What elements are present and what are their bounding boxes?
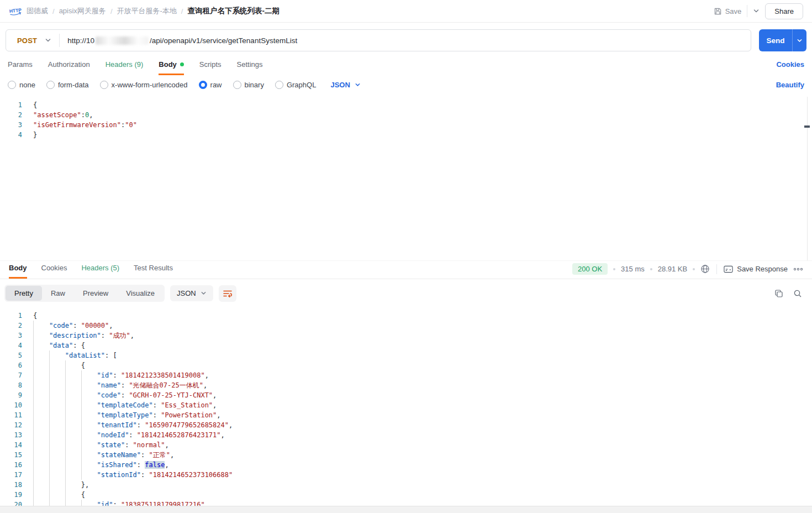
radio-binary[interactable]: binary: [233, 81, 264, 89]
horizontal-scrollbar-track[interactable]: [0, 506, 812, 513]
indent-guide: [65, 390, 81, 400]
code-line: 19{: [0, 490, 812, 500]
indent-guide: [65, 470, 81, 480]
line-number: 16: [0, 460, 22, 470]
code-line: 15"stateName": "正常",: [0, 450, 812, 460]
response-format-select[interactable]: JSON: [170, 285, 213, 301]
line-number: 15: [0, 450, 22, 460]
line-number: 9: [0, 390, 22, 400]
radio-raw[interactable]: raw: [199, 81, 222, 89]
chevron-down-icon: [355, 82, 361, 88]
radio-x-www-form-urlencoded[interactable]: x-www-form-urlencoded: [100, 81, 188, 89]
indent-guide: [65, 450, 81, 460]
cookies-link[interactable]: Cookies: [776, 60, 804, 75]
save-options-chevron-icon[interactable]: [753, 8, 760, 14]
body-type-row: none form-data x-www-form-urlencoded raw…: [0, 75, 812, 92]
search-response-icon[interactable]: [793, 289, 802, 298]
breadcrumb-separator: /: [52, 7, 55, 15]
indent-guide: [65, 430, 81, 440]
breadcrumb-item[interactable]: 固德威: [27, 6, 48, 16]
line-number: 18: [0, 480, 22, 490]
code-line: 4"data": {: [0, 341, 812, 350]
breadcrumb: HTTP 固德威 / apisix网关服务 / 开放平台服务-本地 / 查询租户…: [9, 6, 280, 17]
radio-none[interactable]: none: [8, 81, 35, 89]
indent-guide: [33, 380, 49, 390]
indent-guide: [49, 380, 65, 390]
code-line: 4}: [0, 130, 812, 140]
request-body-editor[interactable]: 1{2"assetScope":0,3"isGetFirmwareVersion…: [0, 97, 812, 260]
url-input-box[interactable]: POST http://10/api/openapi/v1/service/ge…: [6, 29, 751, 51]
word-wrap-icon: [223, 290, 232, 297]
tab-params[interactable]: Params: [8, 60, 33, 75]
code-line: 7"id": "1814212338501419008",: [0, 370, 812, 380]
save-label: Save: [725, 7, 742, 15]
status-badge: 200 OK: [572, 263, 608, 275]
line-number: 3: [0, 331, 22, 341]
send-button[interactable]: Send: [759, 29, 806, 51]
send-options-chevron-icon[interactable]: [792, 29, 806, 51]
view-pretty[interactable]: Pretty: [6, 286, 42, 301]
copy-response-icon[interactable]: [774, 289, 783, 298]
save-button[interactable]: Save: [714, 7, 742, 15]
tab-body[interactable]: Body: [159, 60, 184, 75]
tab-test-results[interactable]: Test Results: [134, 264, 173, 279]
line-number: 19: [0, 490, 22, 500]
tab-response-cookies[interactable]: Cookies: [41, 264, 67, 279]
indent-guide: [49, 350, 65, 360]
indent-guide: [65, 420, 81, 430]
code-line: 3"description": "成功",: [0, 331, 812, 341]
indent-guide: [81, 440, 97, 450]
line-number: 4: [0, 130, 22, 140]
raw-format-select[interactable]: JSON: [330, 81, 360, 89]
response-body-viewer[interactable]: 1{2"code": "00000",3"description": "成功",…: [0, 308, 812, 511]
indent-guide: [81, 470, 97, 480]
method-chevron-icon: [45, 37, 51, 44]
beautify-link[interactable]: Beautify: [776, 81, 804, 89]
word-wrap-button[interactable]: [219, 285, 236, 302]
meta-dot: [613, 268, 615, 270]
url-input[interactable]: http://10/api/openapi/v1/service/getTena…: [60, 36, 297, 45]
radio-graphql[interactable]: GraphQL: [275, 81, 316, 89]
view-raw[interactable]: Raw: [42, 286, 74, 301]
request-url-row: POST http://10/api/openapi/v1/service/ge…: [0, 23, 812, 58]
indent-guide: [49, 430, 65, 440]
tab-response-headers[interactable]: Headers (5): [81, 264, 119, 279]
tab-authorization[interactable]: Authorization: [48, 60, 90, 75]
code-line: 1{: [0, 100, 812, 110]
indent-guide: [49, 410, 65, 420]
share-button[interactable]: Share: [765, 3, 803, 19]
more-options-icon[interactable]: [793, 268, 803, 271]
method-select[interactable]: POST: [6, 36, 59, 45]
meta-dot: [650, 268, 652, 270]
indent-guide: [49, 390, 65, 400]
radio-circle-icon: [8, 81, 16, 89]
tab-headers[interactable]: Headers (9): [106, 60, 144, 75]
radio-form-data[interactable]: form-data: [46, 81, 89, 89]
indent-guide: [65, 440, 81, 450]
indent-guide: [81, 380, 97, 390]
indent-guide: [81, 460, 97, 470]
tab-scripts[interactable]: Scripts: [199, 60, 222, 75]
breadcrumb-item[interactable]: 开放平台服务-本地: [117, 6, 177, 16]
radio-circle-icon: [275, 81, 283, 89]
indent-guide: [49, 460, 65, 470]
indent-guide: [49, 370, 65, 380]
view-preview[interactable]: Preview: [74, 286, 117, 301]
line-number: 10: [0, 400, 22, 410]
view-visualize[interactable]: Visualize: [117, 286, 164, 301]
network-globe-icon[interactable]: [700, 264, 710, 274]
tab-response-body[interactable]: Body: [9, 264, 27, 279]
breadcrumb-item[interactable]: apisix网关服务: [59, 6, 106, 16]
floppy-save-icon: [714, 7, 722, 15]
view-segmented-control: Pretty Raw Preview Visualize: [4, 285, 165, 302]
indent-guide: [65, 410, 81, 420]
tab-settings[interactable]: Settings: [237, 60, 263, 75]
indent-guide: [49, 360, 65, 370]
save-response-button[interactable]: Save Response: [724, 265, 788, 273]
code-line: 9"code": "GCRH-07-25-YTJ-CNXT",: [0, 390, 812, 400]
divider: [716, 264, 717, 274]
indent-guide: [49, 400, 65, 410]
code-line: 12"tenantId": "1659074779652685824",: [0, 420, 812, 430]
line-number: 3: [0, 120, 22, 130]
code-line: 13"nodeId": "1814214652876423171",: [0, 430, 812, 440]
